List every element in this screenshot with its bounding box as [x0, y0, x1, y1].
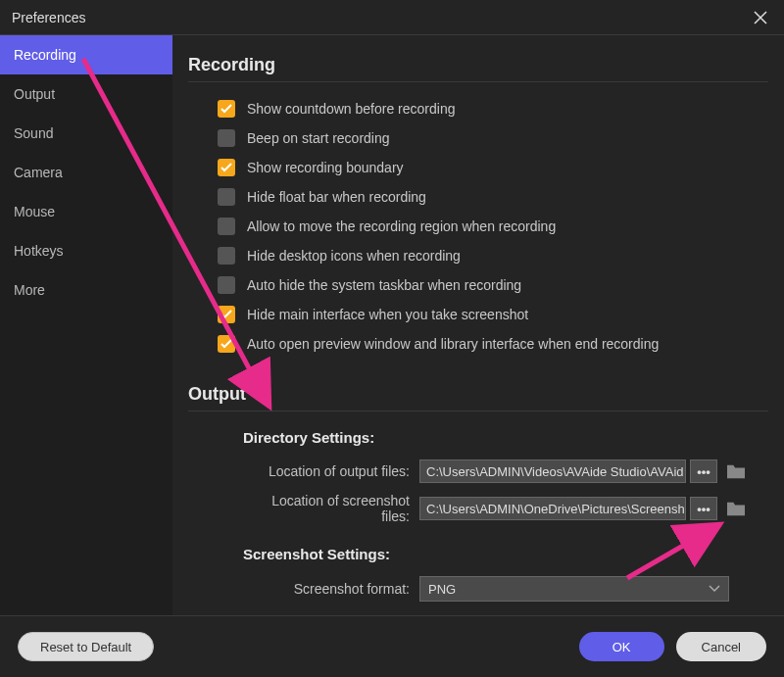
option-show-countdown[interactable]: Show countdown before recording — [188, 100, 768, 118]
sidebar-item-label: Camera — [14, 165, 63, 180]
ok-button[interactable]: OK — [579, 632, 664, 661]
output-files-label: Location of output files: — [243, 463, 419, 479]
option-label: Auto open preview window and library int… — [247, 336, 659, 352]
checkbox[interactable] — [218, 247, 235, 265]
sidebar-item-mouse[interactable]: Mouse — [0, 192, 172, 231]
option-hide-floatbar[interactable]: Hide float bar when recording — [188, 188, 768, 206]
option-auto-open-preview[interactable]: Auto open preview window and library int… — [188, 335, 768, 353]
option-label: Allow to move the recording region when … — [247, 218, 556, 234]
sidebar-item-sound[interactable]: Sound — [0, 114, 172, 153]
browse-screenshot-button[interactable]: ••• — [690, 497, 717, 520]
open-screenshot-folder-icon[interactable] — [725, 500, 747, 517]
option-label: Hide desktop icons when recording — [247, 248, 461, 264]
option-show-boundary[interactable]: Show recording boundary — [188, 159, 768, 176]
sidebar-item-camera[interactable]: Camera — [0, 153, 172, 192]
sidebar-item-label: More — [14, 282, 45, 298]
sidebar-item-hotkeys[interactable]: Hotkeys — [0, 231, 172, 270]
chevron-down-icon — [709, 585, 720, 593]
footer: Reset to Default OK Cancel — [0, 615, 784, 677]
screenshot-settings-title: Screenshot Settings: — [243, 546, 768, 562]
checkbox[interactable] — [218, 188, 235, 206]
output-files-input[interactable]: C:\Users\ADMIN\Videos\AVAide Studio\AVAi… — [419, 459, 686, 483]
cancel-button[interactable]: Cancel — [676, 632, 766, 661]
option-label: Hide float bar when recording — [247, 189, 426, 205]
browse-output-button[interactable]: ••• — [690, 459, 717, 483]
checkbox[interactable] — [218, 335, 235, 353]
option-label: Show recording boundary — [247, 160, 404, 175]
main-area: Recording Output Sound Camera Mouse Hotk… — [0, 35, 784, 615]
close-button[interactable] — [749, 6, 772, 29]
sidebar: Recording Output Sound Camera Mouse Hotk… — [0, 35, 172, 615]
screenshot-files-row: Location of screenshot files: C:\Users\A… — [188, 493, 768, 524]
checkbox[interactable] — [218, 159, 235, 176]
sidebar-item-label: Mouse — [14, 204, 55, 219]
option-hide-main-interface[interactable]: Hide main interface when you take screen… — [188, 306, 768, 323]
sidebar-item-label: Output — [14, 86, 55, 102]
option-label: Beep on start recording — [247, 130, 390, 146]
section-title-recording: Recording — [188, 55, 768, 82]
option-beep[interactable]: Beep on start recording — [188, 129, 768, 147]
checkbox[interactable] — [218, 129, 235, 147]
option-label: Show countdown before recording — [247, 101, 455, 117]
sidebar-item-recording[interactable]: Recording — [0, 35, 172, 74]
directory-settings-title: Directory Settings: — [243, 429, 768, 446]
screenshot-format-label: Screenshot format: — [243, 581, 419, 597]
checkbox[interactable] — [218, 306, 235, 323]
checkbox[interactable] — [218, 276, 235, 294]
checkbox[interactable] — [218, 218, 235, 235]
sidebar-item-label: Recording — [14, 47, 76, 63]
close-icon — [754, 11, 767, 24]
screenshot-format-row: Screenshot format: PNG — [188, 576, 768, 602]
sidebar-item-label: Hotkeys — [14, 243, 64, 259]
sidebar-item-output[interactable]: Output — [0, 74, 172, 114]
reset-to-default-button[interactable]: Reset to Default — [18, 632, 154, 661]
option-auto-hide-taskbar[interactable]: Auto hide the system taskbar when record… — [188, 276, 768, 294]
checkbox[interactable] — [218, 100, 235, 118]
sidebar-item-label: Sound — [14, 125, 53, 141]
window-title: Preferences — [12, 10, 85, 25]
option-label: Auto hide the system taskbar when record… — [247, 277, 521, 293]
option-label: Hide main interface when you take screen… — [247, 307, 528, 322]
sidebar-item-more[interactable]: More — [0, 270, 172, 310]
option-hide-desktop[interactable]: Hide desktop icons when recording — [188, 247, 768, 265]
screenshot-files-input[interactable]: C:\Users\ADMIN\OneDrive\Pictures\Screens… — [419, 497, 686, 520]
output-files-row: Location of output files: C:\Users\ADMIN… — [188, 459, 768, 483]
open-output-folder-icon[interactable] — [725, 462, 747, 480]
select-value: PNG — [428, 582, 456, 597]
screenshot-files-label: Location of screenshot files: — [243, 493, 419, 524]
option-allow-move[interactable]: Allow to move the recording region when … — [188, 218, 768, 235]
screenshot-format-select[interactable]: PNG — [419, 576, 729, 602]
section-title-output: Output — [188, 384, 768, 411]
titlebar: Preferences — [0, 0, 784, 35]
content-pane: Recording Show countdown before recordin… — [172, 35, 784, 615]
